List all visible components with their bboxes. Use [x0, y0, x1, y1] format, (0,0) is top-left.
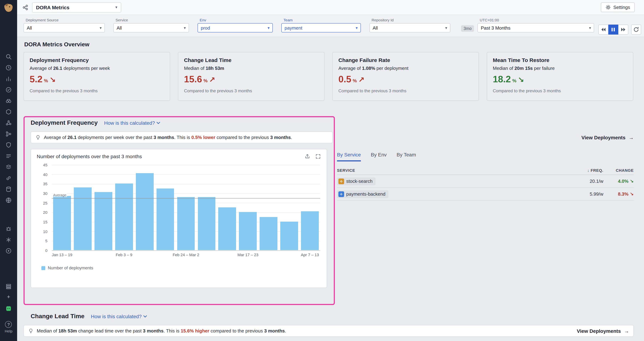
app-root: Help DORA Metrics Settings	[0, 0, 644, 341]
logs-icon[interactable]	[5, 153, 12, 159]
deployment-bar[interactable]	[74, 187, 92, 250]
column-freq[interactable]: ↓ FREQ.	[568, 168, 603, 172]
tab-by-team[interactable]: By Team	[397, 152, 416, 161]
bits-ai-icon[interactable]	[5, 305, 12, 312]
card-footer: Compared to the previous 3 months	[30, 88, 164, 93]
metrics-icon[interactable]	[5, 75, 12, 82]
deployment-bar[interactable]	[115, 184, 133, 250]
software-delivery-icon[interactable]	[5, 164, 12, 170]
kubernetes-icon[interactable]	[5, 237, 12, 243]
chart-title: Number of deployments over the past 3 mo…	[37, 154, 304, 159]
deployment-bar[interactable]	[136, 173, 154, 250]
pause-button[interactable]	[608, 24, 618, 34]
deployment-bar[interactable]	[239, 212, 257, 250]
time-range-select[interactable]: Past 3 Months	[478, 23, 594, 32]
how-is-this-calculated-link[interactable]: How is this calculated?	[104, 120, 160, 126]
card-change-failure-rate[interactable]: Change Failure Rate Average of 1.08% per…	[332, 52, 479, 101]
delta-unit: %	[44, 78, 48, 83]
dashboard-link-icon[interactable]	[22, 4, 28, 10]
error-tracking-icon[interactable]	[5, 226, 12, 232]
deployment-bar[interactable]	[156, 188, 174, 250]
database-icon[interactable]	[5, 186, 12, 192]
tab-by-env[interactable]: By Env	[371, 152, 387, 161]
table-row[interactable]: stock-search 20.1/w 4.0% ↘	[337, 175, 634, 188]
legend-swatch	[41, 266, 45, 270]
watchdog-icon[interactable]	[5, 98, 12, 104]
trend-arrow-icon: ↘	[630, 179, 634, 184]
filter-value: All	[373, 25, 378, 30]
table-row[interactable]: payments-backend 5.99/w 8.3% ↘	[337, 188, 634, 201]
deployment-bar[interactable]	[218, 207, 236, 250]
env-select[interactable]: prod	[198, 23, 273, 32]
table-header: SERVICE ↓ FREQ. CHANGE	[337, 166, 634, 175]
gridline	[52, 165, 320, 165]
card-mean-time-to-restore[interactable]: Mean Time To Restore Median of 20m 15s p…	[487, 52, 633, 101]
time-range-badge: 3mo	[461, 25, 474, 32]
x-tick-label: Feb 24 – Mar 2	[172, 253, 199, 257]
refresh-button[interactable]	[631, 24, 641, 34]
deployment-bar[interactable]	[53, 196, 71, 250]
trend-arrow-icon: ↘	[630, 191, 634, 197]
chevron-down-icon	[144, 315, 147, 318]
deployment-bar[interactable]	[301, 211, 319, 250]
column-change[interactable]: CHANGE	[603, 168, 634, 172]
settings-button[interactable]: Settings	[601, 2, 635, 12]
sidebar-nav-tertiary	[5, 283, 12, 312]
chevron-down-icon	[157, 122, 160, 124]
integrations-icon[interactable]	[5, 175, 12, 181]
service-chip[interactable]: stock-search	[337, 177, 375, 185]
card-deployment-frequency[interactable]: Deployment Frequency Average of 26.1 dep…	[24, 52, 170, 101]
datadog-logo[interactable]	[2, 2, 14, 14]
sparkles-icon[interactable]	[5, 294, 12, 301]
team-select[interactable]: payment	[281, 23, 361, 32]
deployment-source-select[interactable]: All	[24, 23, 105, 32]
deployment-bar[interactable]	[94, 192, 112, 250]
chevron-down-icon	[115, 5, 117, 9]
security-icon[interactable]	[5, 142, 12, 148]
view-deployments-link[interactable]: View Deployments →	[577, 328, 629, 334]
infrastructure-icon[interactable]	[5, 109, 12, 115]
view-deployments-link[interactable]: View Deployments →	[582, 134, 634, 140]
tab-by-service[interactable]: By Service	[337, 152, 361, 161]
repository-id-select[interactable]: All	[370, 23, 450, 32]
ci-pipelines-icon[interactable]	[5, 131, 12, 137]
deployment-bar[interactable]	[280, 222, 298, 250]
x-tick-label: Feb 3 – 9	[116, 253, 132, 257]
synthetics-icon[interactable]	[5, 197, 12, 203]
y-tick-label: 15	[43, 220, 48, 224]
how-is-this-calculated-link[interactable]: How is this calculated?	[91, 314, 147, 319]
record-icon[interactable]	[5, 248, 12, 254]
help-icon[interactable]	[5, 321, 12, 328]
chevron-down-icon	[100, 26, 102, 30]
export-icon[interactable]	[304, 154, 310, 159]
delta-unit: %	[512, 78, 516, 83]
deployment-bar[interactable]	[177, 197, 195, 250]
summary-text: Median of 18h 53m change lead time over …	[37, 328, 286, 334]
deployment-bar[interactable]	[260, 217, 278, 250]
card-delta: 0.5 % ↗	[338, 74, 473, 85]
deployment-bar[interactable]	[198, 197, 216, 250]
delta-value: 15.6	[184, 74, 202, 85]
search-icon[interactable]	[5, 53, 12, 60]
expand-icon[interactable]	[315, 154, 321, 159]
dashboard-title-select[interactable]: DORA Metrics	[32, 2, 121, 12]
history-icon[interactable]	[5, 64, 12, 71]
view-deployments-label: View Deployments	[582, 134, 626, 140]
summary-banner: Median of 18h 53m change lead time over …	[24, 325, 634, 337]
y-tick-label: 35	[43, 182, 48, 186]
x-tick-label: Apr 7 – 13	[301, 253, 319, 257]
card-change-lead-time[interactable]: Change Lead Time Median of 18h 53m 15.6 …	[178, 52, 324, 101]
monitors-icon[interactable]	[5, 87, 12, 93]
column-service[interactable]: SERVICE	[337, 168, 568, 172]
forward-button[interactable]	[618, 24, 628, 34]
delta-unit: %	[204, 78, 208, 83]
chevron-down-icon	[356, 26, 358, 30]
service-chip[interactable]: payments-backend	[337, 190, 388, 198]
service-select[interactable]: All	[114, 23, 189, 32]
time-range-value: Past 3 Months	[481, 25, 510, 30]
card-description: Average of 26.1 deployments per week	[30, 65, 164, 71]
rewind-button[interactable]	[598, 24, 608, 34]
apm-icon[interactable]	[5, 120, 12, 126]
resource-stack-icon[interactable]	[5, 283, 12, 290]
change-lead-time-section: Change Lead Time How is this calculated?…	[24, 313, 634, 337]
